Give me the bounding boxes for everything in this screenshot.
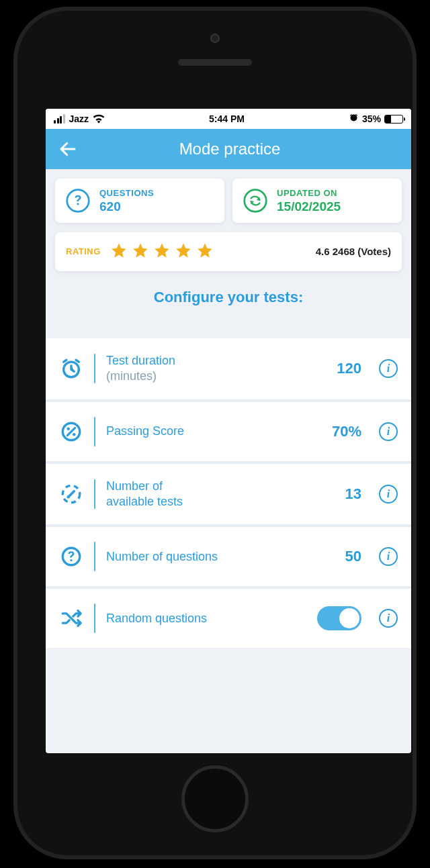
- divider: [94, 354, 95, 383]
- info-button[interactable]: i: [379, 359, 398, 378]
- config-tests-label: Number of available tests: [106, 479, 183, 510]
- section-heading: Configure your tests:: [55, 271, 402, 333]
- divider: [94, 542, 95, 571]
- config-duration[interactable]: Test duration (minutes) 120 i: [46, 338, 411, 399]
- config-question-count[interactable]: Number of questions 50 i: [46, 527, 411, 586]
- config-passing-value: 70%: [332, 423, 368, 440]
- config-passing-score[interactable]: Passing Score 70% i: [46, 402, 411, 461]
- status-left: Jazz: [54, 113, 105, 124]
- status-bar: Jazz 5:44 PM 35%: [46, 109, 411, 129]
- info-button[interactable]: i: [379, 422, 398, 441]
- clock-icon: [59, 357, 83, 380]
- info-button[interactable]: i: [379, 547, 398, 566]
- refresh-circle-icon: [242, 187, 269, 214]
- config-questions-label: Number of questions: [106, 549, 218, 565]
- questions-value: 620: [99, 199, 121, 213]
- updated-label: UPDATED ON: [277, 188, 337, 198]
- info-button[interactable]: i: [379, 485, 398, 503]
- status-right: 35%: [349, 113, 403, 125]
- divider: [94, 604, 95, 633]
- rating-text: 4.6 2468 (Votes): [316, 246, 391, 257]
- star-icon: [153, 242, 171, 262]
- config-random-label: Random questions: [106, 611, 207, 626]
- status-time: 5:44 PM: [209, 113, 245, 124]
- rating-card[interactable]: RATING 4.6 2468 (Votes): [55, 232, 402, 271]
- toggle-knob: [339, 608, 359, 628]
- svg-point-4: [67, 427, 70, 430]
- config-tests-value: 13: [345, 485, 368, 503]
- info-button[interactable]: i: [379, 609, 398, 628]
- alarm-icon: [349, 113, 359, 125]
- cellular-signal-icon: [54, 114, 65, 124]
- battery-percent: 35%: [362, 113, 381, 124]
- config-random-questions[interactable]: Random questions i: [46, 589, 411, 648]
- questions-card[interactable]: QUESTIONS 620: [55, 179, 224, 223]
- summary-section: QUESTIONS 620 UPDATED ON 15/02/2025 RATI…: [46, 169, 411, 338]
- app-header: Mode practice: [46, 129, 411, 169]
- wifi-icon: [93, 114, 105, 124]
- shuffle-icon: [59, 607, 83, 630]
- divider: [94, 479, 95, 509]
- battery-icon: [384, 115, 403, 124]
- config-available-tests[interactable]: Number of available tests 13 i: [46, 464, 411, 525]
- page-title: Mode practice: [98, 140, 361, 158]
- updated-value: 15/02/2025: [277, 199, 341, 213]
- questions-label: QUESTIONS: [99, 188, 154, 198]
- phone-frame: Jazz 5:44 PM 35% Mode practice: [13, 7, 417, 859]
- svg-point-1: [245, 190, 267, 212]
- app-screen: Jazz 5:44 PM 35% Mode practice: [46, 109, 411, 753]
- svg-point-5: [73, 433, 76, 436]
- phone-speaker: [178, 59, 252, 66]
- config-questions-value: 50: [345, 548, 368, 565]
- random-toggle[interactable]: [317, 606, 361, 630]
- star-icon: [110, 242, 128, 262]
- question-circle-icon: [64, 187, 91, 214]
- star-icon: [175, 242, 192, 262]
- target-dashed-icon: [59, 483, 83, 505]
- updated-card[interactable]: UPDATED ON 15/02/2025: [232, 179, 402, 223]
- percent-circle-icon: [59, 420, 83, 443]
- phone-camera: [210, 34, 220, 43]
- star-icon: [132, 242, 149, 262]
- carrier-label: Jazz: [69, 113, 89, 124]
- config-duration-value: 120: [337, 360, 368, 377]
- divider: [94, 417, 95, 446]
- star-icon: [196, 242, 214, 262]
- config-duration-label: Test duration (minutes): [106, 353, 175, 385]
- rating-label: RATING: [66, 246, 101, 256]
- home-button[interactable]: [181, 765, 249, 832]
- config-list: Test duration (minutes) 120 i Passing Sc…: [46, 338, 411, 648]
- config-passing-label: Passing Score: [106, 424, 184, 439]
- question-circle-icon: [59, 545, 83, 568]
- svg-point-7: [67, 495, 70, 499]
- back-button[interactable]: [58, 139, 78, 159]
- rating-stars: [110, 242, 214, 262]
